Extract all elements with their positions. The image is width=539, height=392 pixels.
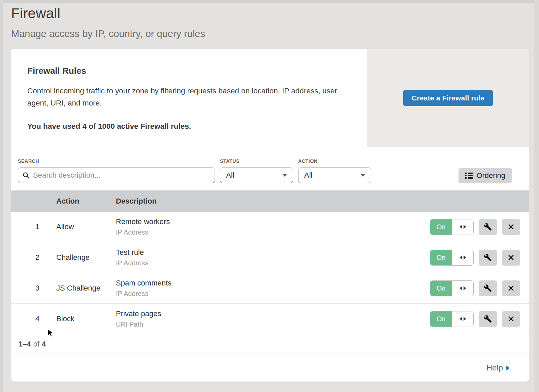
toggle-handle (452, 219, 473, 235)
window-edge-left (0, 0, 3, 392)
rule-priority: 2 (11, 253, 56, 262)
close-icon (507, 284, 515, 292)
wrench-icon (484, 223, 492, 231)
overview-heading: Firewall Rules (27, 66, 347, 76)
arrow-left-icon (459, 255, 462, 260)
arrow-left-icon (459, 317, 462, 321)
delete-rule-button[interactable] (502, 311, 520, 327)
pagination-total: 4 (42, 340, 46, 349)
rule-enabled-toggle[interactable]: On (430, 311, 474, 327)
rules-usage-text: You have used 4 of 1000 active Firewall … (27, 122, 347, 131)
help-link[interactable]: Help (486, 363, 510, 372)
table-header-row: Action Description (11, 190, 529, 212)
rule-controls: On (428, 311, 529, 327)
status-filter-group: STATUS All (220, 158, 293, 183)
pagination-bar: 1–4 of 4 (11, 334, 529, 354)
delete-rule-button[interactable] (502, 250, 520, 266)
firewall-page: Firewall Manage access by IP, country, o… (11, 3, 529, 382)
rule-description-cell: Remote workers IP Address (116, 217, 428, 236)
toggle-on-label: On (430, 219, 452, 235)
close-icon (507, 223, 515, 231)
overview-description: Control incoming traffic to your zone by… (27, 85, 347, 109)
rule-action: Allow (56, 222, 116, 231)
edit-rule-button[interactable] (479, 250, 497, 266)
arrow-right-icon (506, 365, 510, 371)
status-selected-value: All (226, 171, 234, 180)
wrench-icon (484, 315, 492, 323)
filter-bar: SEARCH STATUS All ACTION (11, 147, 529, 190)
search-icon (23, 172, 30, 179)
table-row: 4 Block Private pages URI Path On (11, 304, 529, 334)
rule-priority: 4 (11, 314, 56, 323)
ordered-list-icon (465, 173, 473, 179)
toggle-on-label: On (430, 311, 452, 327)
table-row: 3 JS Challenge Spam comments IP Address … (11, 273, 529, 304)
arrow-right-icon (464, 286, 466, 290)
toggle-handle (452, 250, 473, 265)
rule-priority: 1 (11, 222, 56, 231)
window-edge-right (534, 0, 539, 392)
rule-controls: On (428, 250, 529, 266)
window-edge-top (0, 0, 539, 3)
arrow-right-icon (464, 255, 466, 260)
page-subtitle: Manage access by IP, country, or query r… (11, 28, 529, 39)
close-icon (507, 315, 515, 323)
rule-enabled-toggle[interactable]: On (430, 280, 474, 296)
toggle-handle (452, 281, 473, 296)
edit-rule-button[interactable] (479, 219, 497, 235)
rule-enabled-toggle[interactable]: On (430, 250, 474, 266)
table-row: 1 Allow Remote workers IP Address On (11, 212, 529, 242)
help-link-label: Help (486, 363, 503, 372)
page-title: Firewall (11, 5, 529, 22)
rule-description: Spam comments (116, 279, 428, 288)
arrow-right-icon (464, 225, 466, 229)
rule-description: Test rule (116, 248, 428, 257)
rule-priority: 3 (11, 284, 56, 293)
rule-action: Block (56, 314, 116, 323)
delete-rule-button[interactable] (502, 219, 520, 235)
pagination-of-label: of (33, 340, 39, 349)
search-input[interactable] (33, 171, 210, 180)
overview-section: Firewall Rules Control incoming traffic … (11, 49, 529, 147)
status-select[interactable]: All (220, 168, 293, 183)
rule-description: Private pages (116, 309, 428, 318)
chevron-down-icon (282, 174, 287, 177)
edit-rule-button[interactable] (479, 311, 497, 327)
rule-description-cell: Test rule IP Address (116, 248, 428, 267)
delete-rule-button[interactable] (502, 280, 520, 296)
close-icon (507, 254, 515, 261)
rule-controls: On (428, 280, 529, 296)
card-footer: Help (11, 354, 529, 382)
arrow-left-icon (459, 286, 462, 290)
action-label: ACTION (298, 158, 371, 164)
pagination-range: 1–4 (19, 340, 31, 349)
rule-field-type: URI Path (116, 321, 428, 328)
arrow-right-icon (464, 317, 466, 321)
edit-rule-button[interactable] (479, 280, 497, 296)
column-header-description: Description (116, 197, 428, 206)
status-label: STATUS (220, 158, 293, 164)
rule-description: Remote workers (116, 217, 428, 226)
ordering-button[interactable]: Ordering (458, 168, 512, 183)
action-select[interactable]: All (298, 168, 371, 183)
search-filter-group: SEARCH (18, 158, 215, 183)
search-label: SEARCH (18, 158, 215, 164)
rule-field-type: IP Address (116, 259, 428, 267)
rule-controls: On (428, 219, 529, 235)
chevron-down-icon (360, 174, 365, 177)
wrench-icon (484, 253, 492, 262)
rule-action: JS Challenge (56, 284, 116, 293)
action-filter-group: ACTION All (298, 158, 371, 183)
rule-field-type: IP Address (116, 290, 428, 298)
create-firewall-rule-button[interactable]: Create a Firewall rule (403, 90, 493, 106)
create-rule-panel: Create a Firewall rule (367, 49, 529, 147)
rule-description-cell: Private pages URI Path (116, 309, 428, 328)
rule-action: Challenge (56, 253, 116, 262)
page-header: Firewall Manage access by IP, country, o… (11, 3, 529, 49)
column-header-action: Action (56, 197, 116, 206)
wrench-icon (484, 284, 492, 292)
search-box[interactable] (18, 168, 215, 183)
toggle-on-label: On (430, 250, 452, 265)
toggle-on-label: On (430, 281, 452, 296)
rule-enabled-toggle[interactable]: On (430, 219, 474, 235)
